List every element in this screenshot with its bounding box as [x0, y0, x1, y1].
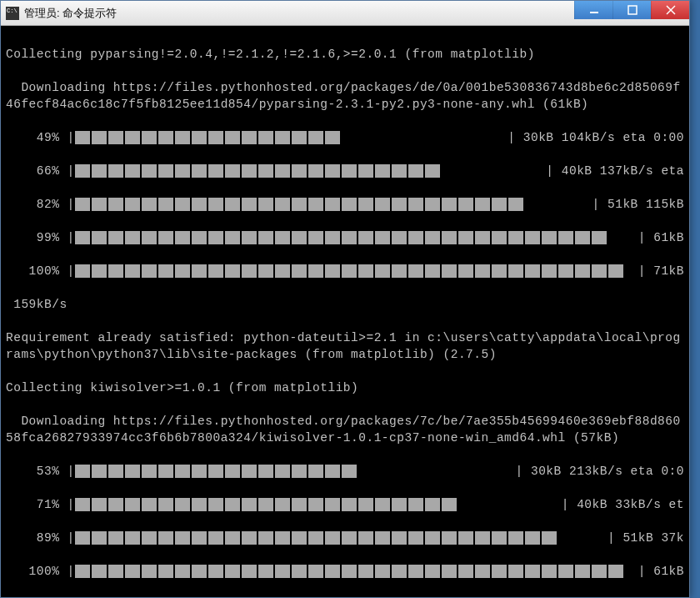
progress-block: [192, 264, 207, 278]
progress-block: [142, 198, 157, 211]
progress-block: [392, 498, 407, 511]
progress-block: [175, 131, 190, 144]
progress-block: [558, 264, 573, 278]
progress-block: [558, 231, 573, 244]
progress-block: [158, 164, 173, 178]
progress-block: [425, 531, 440, 545]
progress-stats: | 30kB 104kB/s eta 0:00: [342, 129, 684, 146]
progress-block: [342, 531, 357, 545]
progress-block: [92, 498, 107, 511]
progress-block: [108, 264, 123, 278]
progress-block: [242, 164, 257, 178]
progress-block: [375, 198, 390, 211]
progress-block: [242, 465, 257, 478]
progress-line: 99% || 61kB: [6, 229, 684, 246]
progress-block: [225, 164, 240, 178]
progress-block: [108, 498, 123, 511]
minimize-button[interactable]: [574, 1, 612, 19]
progress-block: [75, 465, 90, 478]
progress-block: [308, 565, 323, 578]
progress-block: [425, 264, 440, 278]
progress-block: [308, 231, 323, 244]
progress-block: [142, 498, 157, 511]
progress-block: [142, 531, 157, 545]
progress-block: [342, 231, 357, 244]
progress-block: [375, 531, 390, 545]
progress-block: [592, 264, 607, 278]
progress-block: [342, 565, 357, 578]
command-prompt-window: 管理员: 命令提示符 Collecting pyparsing!=2.0.4,!…: [0, 0, 690, 598]
progress-stats: | 61kB: [608, 229, 684, 246]
progress-line: 89% || 51kB 37k: [6, 530, 684, 546]
progress-block: [192, 531, 207, 545]
progress-block: [542, 531, 557, 545]
progress-block: [308, 498, 323, 511]
progress-block: [92, 465, 107, 478]
progress-block: [108, 198, 123, 211]
progress-block: [458, 565, 473, 578]
progress-block: [225, 264, 240, 278]
svg-rect-0: [590, 12, 598, 13]
progress-block: [225, 231, 240, 244]
progress-block: [308, 131, 323, 144]
progress-block: [208, 498, 223, 511]
progress-block: [575, 565, 590, 578]
progress-line: 66% || 40kB 137kB/s eta: [6, 163, 684, 179]
progress-stats: | 61kB: [625, 563, 684, 580]
progress-block: [158, 131, 173, 144]
progress-block: [75, 131, 90, 144]
progress-block: [108, 131, 123, 144]
progress-block: [175, 565, 190, 578]
progress-block: [408, 565, 423, 578]
progress-block: [325, 198, 340, 211]
progress-block: [275, 565, 290, 578]
progress-block: [275, 198, 290, 211]
progress-block: [392, 231, 407, 244]
close-icon: [666, 5, 676, 15]
progress-bar: [75, 198, 525, 211]
progress-block: [508, 198, 523, 211]
close-button[interactable]: [651, 1, 689, 19]
progress-block: [125, 498, 140, 511]
progress-block: [158, 264, 173, 278]
progress-stats: | 71kB: [625, 263, 684, 279]
progress-block: [258, 131, 273, 144]
output-line: 44kB/s: [6, 596, 684, 597]
progress-bar: [75, 531, 558, 545]
progress-block: [175, 264, 190, 278]
progress-bar: [75, 131, 342, 144]
progress-block: [425, 565, 440, 578]
progress-block: [408, 198, 423, 211]
progress-block: [508, 264, 523, 278]
progress-block: [342, 465, 357, 478]
progress-block: [358, 264, 373, 278]
progress-block: [492, 198, 507, 211]
progress-block: [358, 565, 373, 578]
progress-block: [258, 531, 273, 545]
progress-block: [92, 198, 107, 211]
progress-block: [525, 264, 540, 278]
progress-block: [358, 531, 373, 545]
progress-block: [408, 264, 423, 278]
progress-block: [492, 264, 507, 278]
progress-block: [292, 131, 307, 144]
progress-block: [525, 231, 540, 244]
progress-block: [342, 498, 357, 511]
output-line: Requirement already satisfied: python-da…: [6, 329, 684, 363]
progress-block: [108, 164, 123, 178]
progress-block: [225, 465, 240, 478]
progress-block: [108, 565, 123, 578]
progress-block: [342, 264, 357, 278]
terminal-output[interactable]: Collecting pyparsing!=2.0.4,!=2.1.2,!=2.…: [1, 26, 689, 597]
progress-block: [208, 565, 223, 578]
progress-block: [142, 131, 157, 144]
progress-block: [142, 231, 157, 244]
progress-line: 53% || 30kB 213kB/s eta 0:0: [6, 463, 684, 480]
maximize-button[interactable]: [612, 1, 651, 19]
progress-block: [92, 531, 107, 545]
progress-block: [508, 565, 523, 578]
titlebar[interactable]: 管理员: 命令提示符: [1, 1, 689, 26]
progress-block: [542, 264, 557, 278]
progress-block: [475, 264, 490, 278]
progress-block: [292, 264, 307, 278]
